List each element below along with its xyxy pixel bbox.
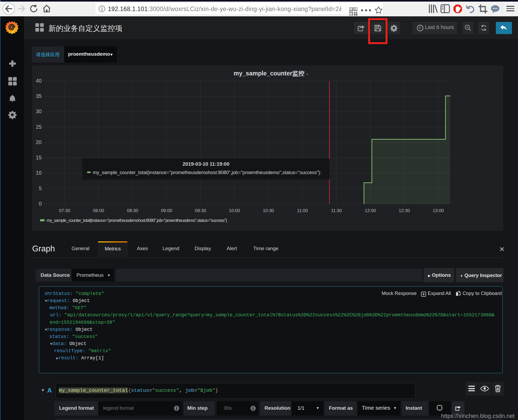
svg-text:08:30: 08:30 [127, 208, 138, 213]
svg-text:12:00: 12:00 [365, 208, 376, 213]
svg-text:09:00: 09:00 [161, 208, 172, 213]
svg-text:15: 15 [36, 155, 42, 160]
svg-text:10:00: 10:00 [229, 208, 240, 213]
svg-text:10:30: 10:30 [263, 208, 274, 213]
svg-text:10: 10 [36, 170, 42, 176]
svg-text:07:30: 07:30 [59, 208, 70, 213]
svg-text:25: 25 [36, 124, 42, 130]
svg-text:40: 40 [36, 78, 42, 84]
svg-text:0: 0 [39, 201, 42, 207]
svg-text:5: 5 [39, 185, 42, 191]
svg-text:11:00: 11:00 [297, 208, 308, 213]
svg-text:08:00: 08:00 [93, 208, 104, 213]
svg-text:09:30: 09:30 [195, 208, 206, 213]
svg-text:11:30: 11:30 [331, 208, 342, 213]
svg-text:12:30: 12:30 [399, 208, 410, 213]
svg-text:35: 35 [36, 93, 42, 99]
svg-text:30: 30 [36, 108, 42, 114]
svg-text:13:00: 13:00 [433, 208, 444, 213]
svg-text:20: 20 [36, 139, 42, 145]
